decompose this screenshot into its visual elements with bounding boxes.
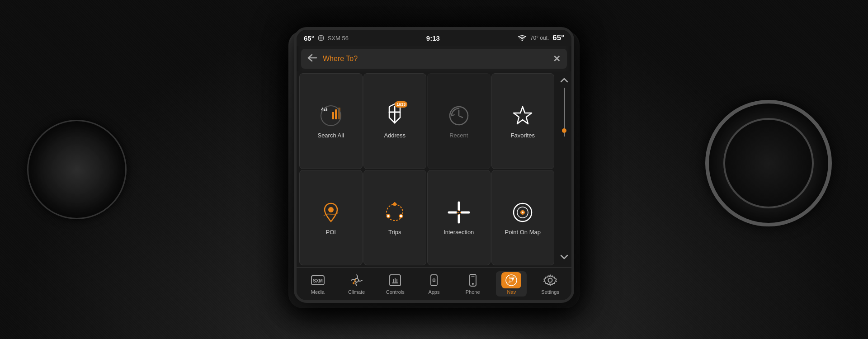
address-badge: 1633 xyxy=(395,101,407,108)
trips-label: Trips xyxy=(388,229,401,235)
sxm-label: SXM 56 xyxy=(328,35,349,42)
status-left: 65° SXM 56 xyxy=(304,34,349,42)
intersection-label: Intersection xyxy=(443,229,474,235)
poi-icon xyxy=(318,200,344,225)
svg-point-9 xyxy=(321,106,341,126)
nav-item-poi[interactable]: POI xyxy=(299,170,363,266)
climate-icon xyxy=(349,273,364,287)
recent-label: Recent xyxy=(449,132,468,139)
climate-label: Climate xyxy=(348,289,365,295)
search-all-icon: 4G xyxy=(318,103,344,128)
right-vent-inner xyxy=(723,118,814,208)
intersection-icon xyxy=(446,200,472,225)
phone-icon xyxy=(466,273,480,287)
point-on-map-icon xyxy=(510,200,535,225)
bottom-navigation: SXM Media xyxy=(297,267,571,300)
close-button[interactable]: ✕ xyxy=(553,53,561,64)
scroll-down-arrow[interactable] xyxy=(560,254,568,262)
phone-label: Phone xyxy=(466,289,480,295)
media-label: Media xyxy=(311,289,325,295)
settings-label: Settings xyxy=(541,289,559,295)
svg-point-3 xyxy=(521,40,523,41)
right-vent xyxy=(705,100,832,226)
clock-display: 9:13 xyxy=(426,34,440,42)
signal-icon xyxy=(317,35,325,41)
svg-marker-13 xyxy=(514,107,532,124)
controls-label: Controls xyxy=(386,289,405,295)
temp-display-left: 65° xyxy=(304,34,314,42)
svg-point-28 xyxy=(522,212,524,213)
recent-icon xyxy=(446,103,472,128)
search-all-label: Search All xyxy=(317,132,344,139)
navigation-grid: 4G Search All xyxy=(297,71,557,267)
nav-label-bottom: Nav xyxy=(507,289,516,295)
search-bar[interactable]: Where To? ✕ xyxy=(301,49,567,69)
status-right: 70° out. 65° xyxy=(518,33,564,42)
favorites-icon xyxy=(510,103,535,128)
trips-icon xyxy=(382,200,407,225)
infotainment-screen: 65° SXM 56 9:13 70° ou xyxy=(294,27,574,303)
svg-text:NE: NE xyxy=(509,276,514,279)
svg-rect-6 xyxy=(332,112,334,119)
media-icon: SXM xyxy=(311,273,325,287)
nav-item-point-on-map[interactable]: Point On Map xyxy=(491,170,555,266)
apps-icon: û xyxy=(427,273,441,287)
bottom-nav-climate[interactable]: Climate xyxy=(341,271,372,297)
svg-point-18 xyxy=(387,214,390,217)
apps-label: Apps xyxy=(428,289,439,295)
nav-compass-icon: NE xyxy=(504,273,519,287)
bottom-nav-media[interactable]: SXM Media xyxy=(302,271,333,297)
nav-item-recent[interactable]: Recent xyxy=(427,73,491,169)
favorites-label: Favorites xyxy=(511,132,535,139)
controls-icon xyxy=(388,273,402,287)
bottom-nav-settings[interactable]: Settings xyxy=(535,271,566,297)
svg-rect-7 xyxy=(335,109,337,119)
temp-display-right: 65° xyxy=(552,33,564,42)
bottom-nav-apps[interactable]: û Apps xyxy=(419,271,449,297)
outdoor-temp: 70° out. xyxy=(530,35,549,41)
search-placeholder: Where To? xyxy=(323,55,547,63)
back-button[interactable] xyxy=(307,54,317,64)
address-icon: 1633 xyxy=(382,103,407,128)
scroll-thumb xyxy=(562,128,566,133)
svg-text:û: û xyxy=(432,277,436,283)
svg-point-14 xyxy=(328,207,334,212)
address-label: Address xyxy=(384,132,406,139)
svg-point-37 xyxy=(472,283,474,285)
left-vent xyxy=(27,120,127,219)
scroll-up-arrow[interactable] xyxy=(560,77,568,85)
svg-point-15 xyxy=(387,204,403,221)
status-bar: 65° SXM 56 9:13 70° ou xyxy=(297,30,571,46)
svg-point-43 xyxy=(548,278,552,282)
bottom-nav-controls[interactable]: Controls xyxy=(380,271,410,297)
svg-text:SXM: SXM xyxy=(313,278,323,283)
settings-gear-icon xyxy=(543,273,557,287)
nav-item-favorites[interactable]: Favorites xyxy=(491,73,555,169)
point-on-map-label: Point On Map xyxy=(505,229,541,235)
bottom-nav-phone[interactable]: Phone xyxy=(458,271,488,297)
poi-label: POI xyxy=(326,229,336,235)
nav-item-intersection[interactable]: Intersection xyxy=(427,170,491,266)
svg-point-17 xyxy=(400,214,403,217)
scroll-indicator xyxy=(557,71,571,267)
nav-item-trips[interactable]: Trips xyxy=(363,170,427,266)
nav-item-address[interactable]: 1633 Address xyxy=(363,73,427,169)
wifi-icon xyxy=(518,35,527,41)
screen-bezel: 65° SXM 56 9:13 70° ou xyxy=(288,31,580,308)
bottom-nav-nav[interactable]: NE Nav xyxy=(496,271,527,297)
nav-item-search-all[interactable]: 4G Search All xyxy=(299,73,363,169)
scroll-track xyxy=(564,88,565,251)
main-content-area: 4G Search All xyxy=(297,71,571,267)
